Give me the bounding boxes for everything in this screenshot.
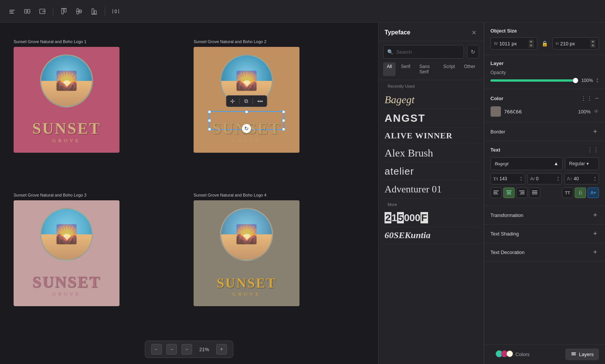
leading-box[interactable]: A↕ 40 ▲ ▼ (564, 173, 599, 184)
card-label-3: Sunset Grove Natural and Boho Logo 3 (14, 193, 87, 197)
opacity-thumb[interactable] (573, 78, 578, 83)
text-uppercase-button[interactable]: TT (562, 187, 573, 198)
leading-up[interactable]: ▲ (594, 176, 596, 179)
font-preview-215000: 215000F (385, 212, 478, 224)
transformation-add-button[interactable]: + (591, 211, 599, 219)
main-area: Sunset Grove Natural and Boho Logo 1 SUN… (0, 23, 605, 364)
text-size-increase-button[interactable]: A+ (588, 187, 599, 198)
width-down[interactable]: ▼ (529, 44, 534, 48)
right-panel-spacer (484, 262, 605, 344)
rotate-handle[interactable]: ↻ (242, 124, 251, 133)
colors-tab[interactable]: Colors (490, 348, 535, 361)
copy-tool-icon[interactable]: ⧉ (244, 98, 248, 104)
opacity-bar[interactable] (490, 79, 576, 82)
font-size-down[interactable]: ▼ (520, 179, 523, 182)
typeface-panel-title: Typeface (385, 29, 410, 36)
align-center-icon[interactable] (21, 5, 33, 17)
kerning-box[interactable]: AV 0 ▲ ▼ (527, 173, 562, 184)
undo-button[interactable]: ← (151, 344, 162, 355)
align-top-icon[interactable] (58, 5, 70, 17)
distribute-icon[interactable] (110, 5, 122, 17)
svg-rect-13 (76, 11, 82, 12)
svg-rect-24 (507, 192, 511, 193)
height-input[interactable]: H 210 px ▲ ▼ (552, 37, 599, 50)
font-name-display[interactable]: Bagegt ▲ (490, 157, 563, 170)
refresh-button[interactable]: ↻ (467, 45, 479, 59)
font-item-60sekuntia[interactable]: 60SEKuntia (382, 227, 481, 244)
text-align-center-button[interactable] (503, 187, 515, 198)
logo-main-text-1: SUNSET (32, 119, 101, 138)
color-section: Color ⋮⋮ − 766C66 100% 👁 (484, 89, 605, 122)
width-input[interactable]: W 1011 px ▲ ▼ (490, 37, 537, 50)
leading-down[interactable]: ▼ (594, 179, 596, 182)
filter-tab-script[interactable]: Script (439, 62, 459, 76)
font-item-215000[interactable]: 215000F (382, 209, 481, 227)
lock-icon[interactable]: 🔒 (540, 39, 549, 48)
text-align-justify-button[interactable] (529, 187, 540, 198)
font-size-box[interactable]: Tt 143 ▲ ▼ (490, 173, 525, 184)
text-decoration-add-button[interactable]: + (591, 248, 599, 256)
text-shading-header[interactable]: Text Shading + (490, 230, 599, 237)
font-preview-bagegt: Bagegt (385, 94, 478, 106)
border-add-button[interactable]: + (591, 128, 599, 135)
typeface-close-button[interactable]: ✕ (470, 29, 478, 36)
handle-tr[interactable] (282, 110, 285, 113)
text-align-right-button[interactable] (516, 187, 527, 198)
align-right-icon[interactable] (36, 5, 48, 17)
canvas-cell-2: Sunset Grove Natural and Boho Logo 2 (189, 35, 369, 188)
color-grid-icon[interactable]: ⋮⋮ (580, 95, 593, 102)
more-tool-icon[interactable]: ••• (258, 98, 263, 104)
eye-icon[interactable]: 👁 (594, 108, 599, 115)
zoom-out-button[interactable]: − (182, 344, 192, 355)
font-item-alive-winner[interactable]: ALIVE WINNER (382, 128, 481, 144)
align-middle-icon[interactable] (73, 5, 85, 17)
opacity-down[interactable]: ▼ (596, 81, 599, 84)
height-up[interactable]: ▲ (590, 40, 596, 43)
text-decoration-header[interactable]: Text Decoration + (490, 248, 599, 256)
text-ligatures-button[interactable]: fi (575, 187, 586, 198)
text-align-left-button[interactable] (490, 187, 502, 198)
move-tool-icon[interactable]: ✢ (230, 98, 235, 104)
filter-tab-all[interactable]: All (383, 62, 396, 76)
kerning-down[interactable]: ▼ (557, 179, 559, 182)
filter-tab-sansserif[interactable]: Sans Serif (416, 62, 438, 76)
search-box: 🔍 (383, 45, 464, 59)
filter-tab-other[interactable]: Other (460, 62, 479, 76)
handle-tm[interactable] (245, 110, 248, 113)
kerning-up[interactable]: ▲ (557, 176, 559, 179)
layers-tab[interactable]: Layers (565, 349, 599, 360)
font-item-alex-brush[interactable]: Alex Brush (382, 144, 481, 163)
redo-button[interactable]: → (166, 344, 177, 355)
font-item-angst[interactable]: ANGST (382, 109, 481, 128)
width-up[interactable]: ▲ (529, 40, 534, 43)
handle-tl[interactable] (208, 110, 211, 113)
font-item-adventurer[interactable]: Adventurer 01 (382, 181, 481, 198)
font-item-bagegt[interactable]: Bagegt (382, 91, 481, 109)
search-row: 🔍 ↻ (379, 41, 484, 62)
logo-card-1[interactable]: SUNSET GROVE (14, 47, 119, 153)
align-bottom-icon[interactable] (88, 5, 100, 17)
font-style-dropdown[interactable]: Regular ▾ (565, 157, 599, 170)
svg-rect-16 (92, 14, 97, 15)
zoom-in-button[interactable]: + (216, 344, 227, 355)
logo-card-2[interactable]: ✢ ⧉ ••• SUNSET GROVE ↻ (194, 47, 299, 153)
text-shading-add-button[interactable]: + (591, 230, 599, 237)
layer-section: Layer Opacity 100% ▲ ▼ (484, 55, 605, 89)
logo-card-4[interactable]: SUNSET GROVE (194, 200, 299, 306)
filter-tab-serif[interactable]: Serif (397, 62, 414, 76)
canvas-cell-1: Sunset Grove Natural and Boho Logo 1 SUN… (9, 35, 189, 188)
border-header[interactable]: Border + (490, 128, 599, 135)
logo-card-3[interactable]: SUNSET GROVE (14, 200, 119, 306)
font-item-atelier[interactable]: atelier (382, 163, 481, 181)
search-input[interactable] (396, 49, 460, 55)
transformation-header[interactable]: Transformation + (490, 211, 599, 219)
height-down[interactable]: ▼ (590, 44, 596, 48)
leading-spinners: ▲ ▼ (594, 176, 596, 182)
color-title: Color (490, 96, 503, 101)
color-swatch[interactable] (490, 106, 501, 117)
font-size-up[interactable]: ▲ (520, 176, 523, 179)
color-minus-icon[interactable]: − (595, 94, 599, 102)
top-toolbar (0, 0, 605, 23)
align-left-icon[interactable] (6, 5, 18, 17)
logo-sub-text-2: GROVE (233, 138, 261, 144)
